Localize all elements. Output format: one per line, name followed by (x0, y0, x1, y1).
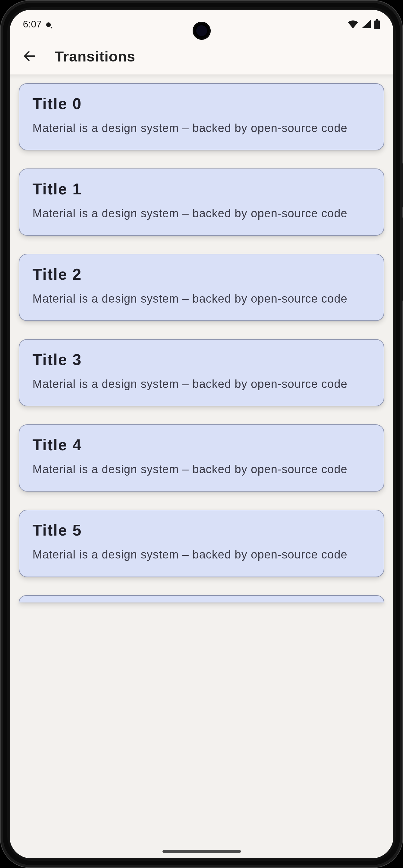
status-time: 6:07 (23, 19, 41, 30)
status-notification-icon (45, 21, 53, 28)
content-scroll[interactable]: Title 0 Material is a design system – ba… (10, 75, 393, 858)
status-right (347, 19, 380, 29)
card-title: Title 0 (33, 95, 370, 113)
wifi-icon (347, 20, 359, 28)
app-bar: Transitions (10, 38, 393, 75)
list-card[interactable]: Title 2 Material is a design system – ba… (19, 254, 384, 321)
card-subtitle: Material is a design system – backed by … (33, 290, 370, 307)
list-card[interactable]: Title 0 Material is a design system – ba… (19, 83, 384, 150)
status-left: 6:07 (23, 19, 53, 30)
list-card[interactable]: Title 3 Material is a design system – ba… (19, 339, 384, 406)
svg-point-1 (51, 27, 52, 28)
back-button[interactable] (19, 46, 40, 67)
svg-rect-2 (376, 19, 378, 21)
list-card-peek[interactable] (19, 595, 384, 602)
card-title: Title 1 (33, 180, 370, 198)
svg-rect-3 (374, 21, 380, 29)
list-card[interactable]: Title 5 Material is a design system – ba… (19, 510, 384, 577)
page-title: Transitions (55, 48, 135, 65)
gesture-nav-handle[interactable] (162, 850, 241, 853)
card-subtitle: Material is a design system – backed by … (33, 461, 370, 478)
card-subtitle: Material is a design system – backed by … (33, 120, 370, 136)
card-title: Title 2 (33, 265, 370, 283)
phone-inner: 6:07 (7, 7, 396, 861)
card-title: Title 4 (33, 436, 370, 454)
camera-notch (193, 22, 211, 40)
card-subtitle: Material is a design system – backed by … (33, 205, 370, 222)
cellular-signal-icon (362, 20, 371, 28)
battery-icon (374, 19, 380, 29)
card-subtitle: Material is a design system – backed by … (33, 376, 370, 393)
card-title: Title 3 (33, 350, 370, 369)
card-title: Title 5 (33, 521, 370, 539)
arrow-back-icon (22, 49, 37, 64)
list-card[interactable]: Title 1 Material is a design system – ba… (19, 168, 384, 236)
card-subtitle: Material is a design system – backed by … (33, 547, 370, 563)
list-card[interactable]: Title 4 Material is a design system – ba… (19, 424, 384, 492)
phone-frame: 6:07 (0, 0, 403, 868)
screen: 6:07 (10, 10, 393, 858)
svg-point-0 (46, 22, 51, 27)
